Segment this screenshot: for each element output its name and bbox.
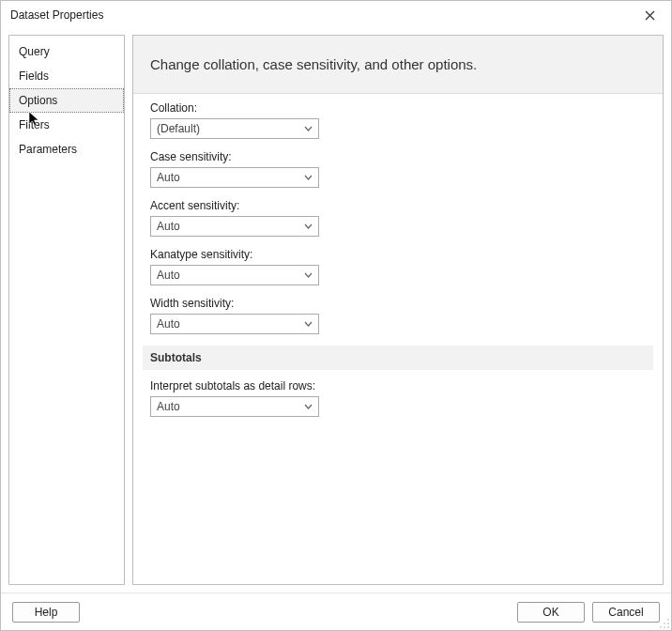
dialog-title: Dataset Properties: [10, 8, 635, 22]
chevron-down-icon: [303, 402, 313, 411]
svg-point-3: [664, 623, 665, 624]
svg-point-5: [660, 626, 662, 628]
sidebar-item-fields[interactable]: Fields: [9, 64, 124, 88]
interpret-subtotals-select[interactable]: Auto: [150, 396, 319, 417]
accent-sensitivity-value: Auto: [157, 220, 303, 233]
sidebar-item-label: Query: [19, 45, 50, 58]
svg-point-6: [664, 626, 665, 628]
sidebar-item-label: Options: [19, 94, 57, 107]
sidebar-item-query[interactable]: Query: [9, 39, 124, 64]
svg-point-4: [667, 623, 669, 624]
svg-point-2: [667, 619, 669, 621]
case-sensitivity-select[interactable]: Auto: [150, 167, 319, 188]
svg-point-7: [667, 626, 669, 628]
case-sensitivity-value: Auto: [157, 171, 303, 184]
ok-button[interactable]: OK: [517, 602, 585, 623]
width-sensitivity-value: Auto: [157, 317, 303, 331]
kanatype-sensitivity-label: Kanatype sensitivity:: [150, 248, 646, 261]
dataset-properties-dialog: Dataset Properties Query Fields Options …: [0, 0, 672, 631]
main-panel: Change collation, case sensitivity, and …: [132, 35, 664, 585]
close-icon: [645, 10, 655, 21]
field-accent-sensitivity: Accent sensitivity: Auto: [150, 199, 646, 237]
case-sensitivity-label: Case sensitivity:: [150, 150, 646, 163]
sidebar-item-options[interactable]: Options: [9, 88, 124, 113]
dialog-body: Query Fields Options Filters Parameters …: [1, 29, 671, 593]
interpret-subtotals-label: Interpret subtotals as detail rows:: [150, 379, 646, 392]
chevron-down-icon: [303, 270, 313, 280]
resize-grip-icon[interactable]: [659, 618, 670, 629]
subtotals-section-header: Subtotals: [143, 346, 653, 370]
field-width-sensitivity: Width sensitivity: Auto: [150, 297, 646, 334]
field-kanatype-sensitivity: Kanatype sensitivity: Auto: [150, 248, 646, 285]
sidebar-item-filters[interactable]: Filters: [9, 113, 124, 137]
chevron-down-icon: [303, 124, 313, 133]
collation-value: (Default): [157, 122, 303, 135]
chevron-down-icon: [303, 319, 313, 329]
width-sensitivity-label: Width sensitivity:: [150, 297, 646, 310]
chevron-down-icon: [303, 173, 313, 182]
width-sensitivity-select[interactable]: Auto: [150, 314, 319, 334]
sidebar-item-label: Filters: [19, 118, 50, 131]
close-button[interactable]: [635, 6, 664, 24]
accent-sensitivity-label: Accent sensitivity:: [150, 199, 646, 212]
kanatype-sensitivity-select[interactable]: Auto: [150, 265, 319, 285]
chevron-down-icon: [303, 222, 313, 231]
page-heading: Change collation, case sensitivity, and …: [133, 36, 663, 94]
field-collation: Collation: (Default): [150, 101, 646, 139]
field-interpret-subtotals: Interpret subtotals as detail rows: Auto: [150, 379, 646, 417]
collation-select[interactable]: (Default): [150, 118, 319, 139]
options-content: Collation: (Default) Case sensitivity: A…: [133, 94, 663, 584]
interpret-subtotals-value: Auto: [157, 400, 303, 413]
help-button[interactable]: Help: [12, 602, 80, 623]
sidebar-item-label: Parameters: [19, 143, 77, 156]
sidebar-item-parameters[interactable]: Parameters: [9, 137, 124, 162]
collation-label: Collation:: [150, 101, 646, 115]
dialog-footer: Help OK Cancel: [1, 593, 671, 630]
cancel-button[interactable]: Cancel: [592, 602, 660, 623]
sidebar: Query Fields Options Filters Parameters: [8, 35, 125, 585]
titlebar: Dataset Properties: [1, 1, 671, 29]
kanatype-sensitivity-value: Auto: [157, 269, 303, 282]
accent-sensitivity-select[interactable]: Auto: [150, 216, 319, 237]
field-case-sensitivity: Case sensitivity: Auto: [150, 150, 646, 188]
sidebar-item-label: Fields: [19, 69, 49, 83]
